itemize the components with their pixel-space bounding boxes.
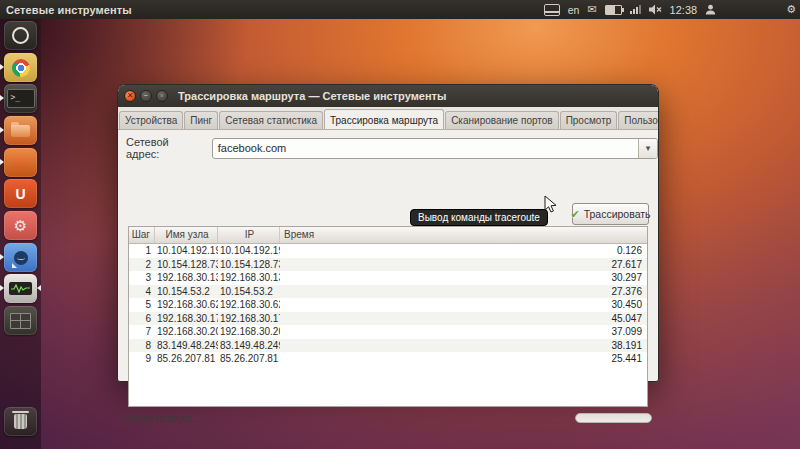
table-row[interactable]: 985.26.207.8185.26.207.8125.441 bbox=[129, 352, 647, 366]
table-row[interactable]: 6192.168.30.170192.168.30.17045.047 bbox=[129, 312, 647, 326]
trash-icon bbox=[14, 414, 27, 429]
launcher-item-system-settings[interactable]: ⚙ bbox=[4, 211, 37, 240]
table-row[interactable]: 3192.168.30.130192.168.30.13030.297 bbox=[129, 271, 647, 285]
messages-envelope-icon[interactable]: ✉ bbox=[587, 4, 596, 15]
table-row[interactable]: 7192.168.30.209192.168.30.20937.099 bbox=[129, 325, 647, 339]
panel-indicators: en ✉ 12:38 ⚙ bbox=[544, 4, 800, 16]
terminal-icon: >_ bbox=[7, 89, 35, 108]
hostname-column-header[interactable]: Имя узла bbox=[155, 227, 218, 243]
session-gear-icon[interactable]: ⚙ bbox=[786, 4, 796, 15]
address-combobox[interactable]: facebook.com ▾ bbox=[212, 138, 658, 159]
titlebar[interactable]: ✕ − ▫ Трассировка маршрута — Сетевые инс… bbox=[118, 85, 658, 107]
progress-bar bbox=[575, 413, 652, 423]
launcher-item-messenger[interactable] bbox=[4, 243, 37, 272]
time-cell: 0.126 bbox=[280, 244, 647, 258]
address-row: Сетевой адрес: facebook.com ▾ bbox=[126, 136, 658, 160]
launcher-item-files[interactable] bbox=[4, 116, 37, 145]
tab-traceroute[interactable]: Трассировка маршрута bbox=[324, 109, 444, 130]
hostname-cell: 10.104.192.19 bbox=[155, 244, 218, 258]
table-row[interactable]: 110.104.192.1910.104.192.190.126 bbox=[129, 244, 647, 258]
step-cell: 8 bbox=[129, 339, 155, 353]
ip-cell: 85.26.207.81 bbox=[218, 352, 280, 366]
step-column-header[interactable]: Шаг bbox=[129, 227, 155, 243]
time-cell: 45.047 bbox=[280, 312, 647, 326]
battery-icon[interactable] bbox=[605, 5, 622, 15]
tab-bar: УстройстваПингСетевая статистикаТрассиро… bbox=[118, 107, 658, 130]
ip-column-header[interactable]: IP bbox=[218, 227, 280, 243]
table-header: ШагИмя узлаIPВремя bbox=[129, 227, 647, 244]
close-button[interactable]: ✕ bbox=[124, 90, 136, 102]
traceroute-table: ШагИмя узлаIPВремя 110.104.192.1910.104.… bbox=[128, 226, 648, 407]
launcher-item-ubuntu-one[interactable]: U bbox=[4, 179, 37, 208]
step-cell: 4 bbox=[129, 285, 155, 299]
ip-cell: 192.168.30.170 bbox=[218, 312, 280, 326]
volume-muted-icon[interactable] bbox=[649, 4, 662, 15]
status-text: Бездействует bbox=[124, 412, 193, 424]
table-row[interactable]: 883.149.48.24983.149.48.24938.191 bbox=[129, 339, 647, 353]
chevron-down-icon: ▾ bbox=[646, 143, 651, 153]
trace-button[interactable]: ✔ Трассировать bbox=[572, 203, 649, 225]
maximize-button[interactable]: ▫ bbox=[156, 90, 168, 102]
ip-cell: 10.154.53.2 bbox=[218, 285, 280, 299]
hostname-cell: 10.154.53.2 bbox=[155, 285, 218, 299]
traceroute-panel: Сетевой адрес: facebook.com ▾ ✔ Трассиро… bbox=[118, 130, 658, 383]
tab-finger[interactable]: Пользователи bbox=[618, 111, 658, 129]
tab-netstat[interactable]: Сетевая статистика bbox=[219, 111, 323, 129]
tab-ping[interactable]: Пинг bbox=[184, 111, 218, 129]
address-value[interactable]: facebook.com bbox=[213, 142, 638, 154]
tab-portscan[interactable]: Сканирование портов bbox=[445, 111, 558, 129]
launcher-item-terminal[interactable]: >_ bbox=[4, 84, 37, 113]
step-cell: 3 bbox=[129, 271, 155, 285]
ubuntu-logo-icon bbox=[12, 27, 29, 44]
user-icon[interactable] bbox=[705, 4, 716, 15]
time-cell: 37.099 bbox=[280, 325, 647, 339]
time-cell: 30.450 bbox=[280, 298, 647, 312]
time-cell: 25.441 bbox=[280, 352, 647, 366]
status-bar: Бездействует bbox=[118, 407, 658, 428]
clock[interactable]: 12:38 bbox=[670, 4, 698, 16]
network-tools-icon bbox=[9, 282, 32, 295]
keyboard-layout-label[interactable]: en bbox=[568, 4, 580, 16]
panel-spacer bbox=[724, 9, 778, 10]
running-indicator-software-center bbox=[0, 159, 4, 165]
table-row[interactable]: 410.154.53.210.154.53.227.376 bbox=[129, 285, 647, 299]
table-row[interactable]: 210.154.128.7310.154.128.7327.617 bbox=[129, 258, 647, 272]
check-icon: ✔ bbox=[570, 209, 579, 220]
desktop: Сетевые инструменты en ✉ 12:38 ⚙ >_ bbox=[0, 0, 800, 449]
table-row[interactable]: 5192.168.30.62192.168.30.6230.450 bbox=[129, 298, 647, 312]
chromium-icon bbox=[12, 59, 30, 77]
combo-dropdown-button[interactable]: ▾ bbox=[638, 139, 657, 158]
step-cell: 6 bbox=[129, 312, 155, 326]
launcher-item-trash[interactable] bbox=[4, 407, 37, 436]
time-column-header[interactable]: Время bbox=[280, 227, 647, 243]
launcher: >_ U ⚙ bbox=[0, 19, 41, 449]
hostname-cell: 192.168.30.170 bbox=[155, 312, 218, 326]
running-indicator-messenger bbox=[0, 254, 4, 260]
ip-cell: 83.149.48.249 bbox=[218, 339, 280, 353]
time-cell: 38.191 bbox=[280, 339, 647, 353]
network-tools-window: ✕ − ▫ Трассировка маршрута — Сетевые инс… bbox=[117, 84, 659, 382]
messenger-icon bbox=[14, 251, 28, 265]
running-indicator-network-tools bbox=[0, 285, 4, 291]
network-signal-icon[interactable] bbox=[630, 5, 641, 14]
running-indicator-files bbox=[0, 127, 4, 133]
keyboard-indicator-icon[interactable] bbox=[544, 4, 560, 16]
launcher-item-chromium[interactable] bbox=[4, 53, 37, 82]
step-cell: 1 bbox=[129, 244, 155, 258]
mouse-cursor bbox=[544, 195, 557, 214]
minimize-button[interactable]: − bbox=[140, 90, 152, 102]
hostname-cell: 192.168.30.130 bbox=[155, 271, 218, 285]
launcher-item-network-tools[interactable] bbox=[4, 274, 37, 303]
launcher-item-dash-home[interactable] bbox=[4, 21, 37, 50]
launcher-item-workspace-switcher[interactable] bbox=[4, 306, 37, 335]
launcher-item-software-center[interactable] bbox=[4, 148, 37, 177]
top-panel: Сетевые инструменты en ✉ 12:38 ⚙ bbox=[0, 0, 800, 19]
tab-devices[interactable]: Устройства bbox=[119, 111, 183, 129]
step-cell: 5 bbox=[129, 298, 155, 312]
panel-app-title: Сетевые инструменты bbox=[6, 4, 132, 16]
window-title: Трассировка маршрута — Сетевые инструмен… bbox=[178, 90, 446, 102]
tab-lookup[interactable]: Просмотр bbox=[560, 111, 618, 129]
running-indicator-chromium bbox=[0, 64, 4, 70]
trace-button-label: Трассировать bbox=[584, 208, 651, 220]
ip-cell: 192.168.30.130 bbox=[218, 271, 280, 285]
